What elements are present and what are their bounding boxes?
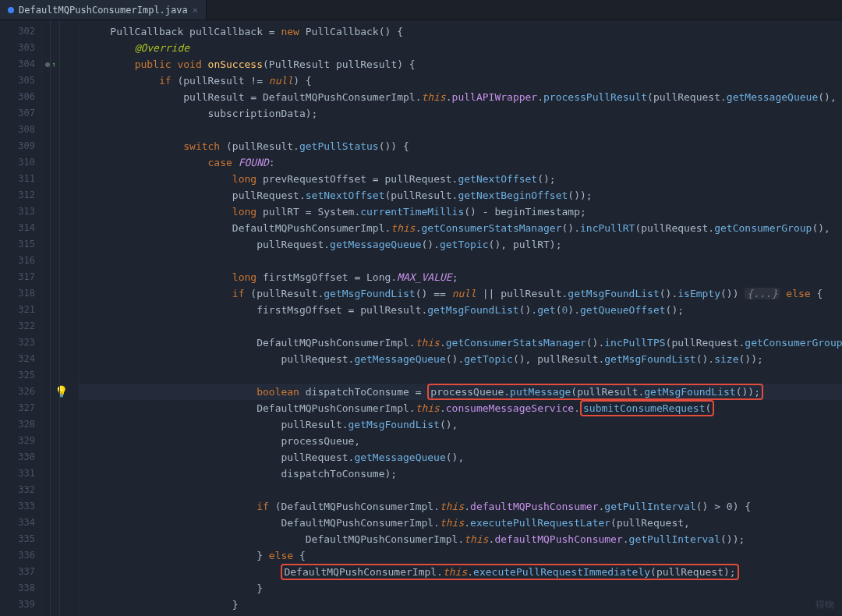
code-area[interactable]: PullCallback pullCallback = new PullCall…: [80, 20, 842, 616]
close-icon[interactable]: ×: [193, 5, 198, 16]
code-line[interactable]: long firstMsgOffset = Long.MAX_VALUE;: [80, 269, 842, 285]
code-line[interactable]: [80, 367, 842, 384]
code-line[interactable]: }: [80, 580, 842, 597]
line-number-gutter: 3023033043053063073083093103113123133143…: [0, 20, 42, 616]
code-line[interactable]: DefaultMQPushConsumerImpl.this.consumeMe…: [80, 400, 842, 416]
code-line[interactable]: DefaultMQPushConsumerImpl.this.executePu…: [80, 564, 842, 580]
code-line[interactable]: pullResult.getMsgFoundList(),: [80, 416, 842, 433]
code-line[interactable]: [80, 482, 842, 498]
code-line[interactable]: public void onSuccess(PullResult pullRes…: [80, 56, 842, 73]
code-line[interactable]: switch (pullResult.getPullStatus()) {: [80, 138, 842, 154]
code-line[interactable]: [80, 122, 842, 138]
code-line[interactable]: dispatchToConsume);: [80, 466, 842, 482]
code-line[interactable]: pullRequest.getMessageQueue(),: [80, 449, 842, 466]
code-line[interactable]: DefaultMQPushConsumerImpl.this.executePu…: [80, 515, 842, 531]
code-line[interactable]: [80, 318, 842, 335]
code-line[interactable]: processQueue,: [80, 433, 842, 449]
code-line[interactable]: PullCallback pullCallback = new PullCall…: [80, 23, 842, 40]
file-tab[interactable]: DefaultMQPushConsumerImpl.java ×: [0, 0, 207, 19]
code-line[interactable]: pullResult = DefaultMQPushConsumerImpl.t…: [80, 89, 842, 105]
code-line[interactable]: DefaultMQPushConsumerImpl.this.getConsum…: [80, 335, 842, 351]
code-line[interactable]: [80, 253, 842, 269]
tab-bar: DefaultMQPushConsumerImpl.java ×: [0, 0, 842, 20]
code-line[interactable]: subscriptionData);: [80, 105, 842, 122]
editor: 3023033043053063073083093103113123133143…: [0, 20, 842, 616]
code-line[interactable]: pullRequest.setNextOffset(pullResult.get…: [80, 187, 842, 204]
watermark: 得物: [815, 598, 834, 611]
tab-filename: DefaultMQPushConsumerImpl.java: [19, 5, 188, 16]
code-line[interactable]: }: [80, 597, 842, 613]
code-line[interactable]: } else {: [80, 547, 842, 564]
code-line[interactable]: if (pullResult != null) {: [80, 73, 842, 89]
code-line[interactable]: long pullRT = System.currentTimeMillis()…: [80, 204, 842, 220]
code-line[interactable]: pullRequest.getMessageQueue().getTopic()…: [80, 351, 842, 367]
code-line[interactable]: long prevRequestOffset = pullRequest.get…: [80, 171, 842, 187]
code-line[interactable]: pullRequest.getMessageQueue().getTopic()…: [80, 236, 842, 253]
code-line[interactable]: DefaultMQPushConsumerImpl.this.defaultMQ…: [80, 531, 842, 547]
code-line[interactable]: firstMsgOffset = pullResult.getMsgFoundL…: [80, 302, 842, 318]
java-file-icon: [8, 7, 14, 13]
code-line[interactable]: @Override: [80, 40, 842, 56]
marker-gutter: ↑💡: [42, 20, 80, 616]
code-line[interactable]: case FOUND:: [80, 154, 842, 171]
code-line[interactable]: if (DefaultMQPushConsumerImpl.this.defau…: [80, 498, 842, 515]
code-line[interactable]: if (pullResult.getMsgFoundList() == null…: [80, 285, 842, 302]
code-line[interactable]: DefaultMQPushConsumerImpl.this.getConsum…: [80, 220, 842, 236]
code-line[interactable]: boolean dispatchToConsume = processQueue…: [80, 384, 842, 400]
